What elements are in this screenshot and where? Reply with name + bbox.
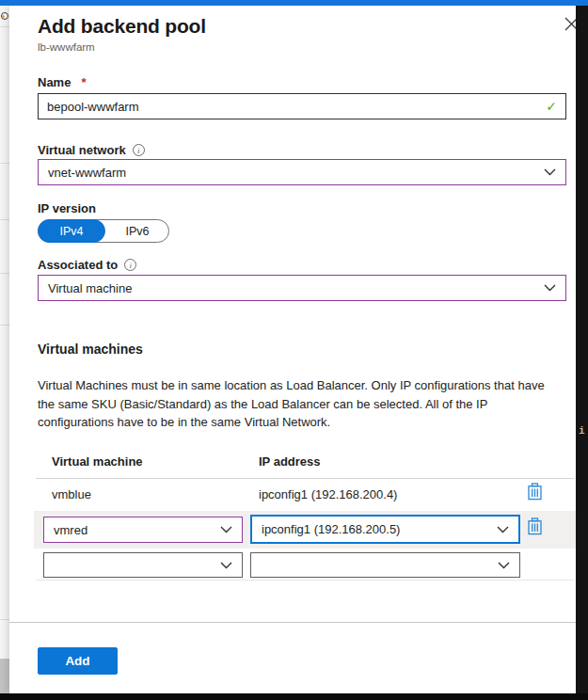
row2-virtual-machine-value: vmred (54, 523, 87, 537)
trash-icon (527, 517, 543, 535)
divider (0, 325, 9, 326)
divider (0, 219, 9, 220)
associated-to-select[interactable]: Virtual machine (38, 275, 566, 301)
row1-ip-address: ipconfig1 (192.168.200.4) (259, 487, 397, 501)
virtual-network-label: Virtual network i (38, 143, 145, 157)
info-icon[interactable]: i (133, 144, 145, 156)
row3-virtual-machine-select[interactable] (43, 552, 243, 578)
virtual-machines-heading: Virtual machines (38, 342, 143, 357)
row2-delete-button[interactable] (525, 517, 544, 538)
screen-bottom-bar (0, 693, 588, 700)
underlying-dark-window-strip: i (576, 0, 588, 700)
name-label: Name* (38, 75, 86, 89)
divider (0, 163, 9, 164)
ipv4-option[interactable]: IPv4 (38, 219, 105, 243)
background-favicon-fragment (1, 12, 8, 20)
resource-breadcrumb: lb-wwwfarm (38, 41, 95, 53)
chevron-down-icon (498, 562, 510, 569)
ip-version-label: IP version (38, 201, 96, 215)
divider (0, 26, 9, 27)
underlying-page-left-strip (0, 6, 9, 693)
row2-virtual-machine-select[interactable]: vmred (43, 517, 243, 543)
name-input-value: bepool-wwwfarm (47, 100, 139, 114)
ip-version-toggle: IPv4 IPv6 (38, 219, 169, 243)
virtual-network-value: vnet-wwwfarm (48, 166, 126, 180)
required-asterisk: * (81, 75, 86, 89)
table-header-divider (36, 478, 574, 479)
chevron-down-icon (544, 284, 556, 292)
row2-ip-address-value: ipconfig1 (192.168.200.5) (262, 522, 400, 536)
table-bottom-divider (36, 580, 574, 581)
chevron-down-icon (220, 562, 232, 569)
associated-to-value: Virtual machine (48, 281, 132, 295)
chevron-down-icon (220, 526, 232, 533)
chevron-down-icon (497, 526, 509, 533)
associated-to-label: Associated to i (38, 258, 136, 272)
trash-icon (527, 483, 543, 501)
info-icon[interactable]: i (124, 259, 136, 271)
footer-divider (9, 622, 576, 623)
column-header-virtual-machine: Virtual machine (52, 454, 143, 469)
valid-check-icon: ✓ (546, 99, 557, 114)
row3-ip-address-select[interactable] (250, 552, 520, 578)
add-backend-pool-dialog: Add backend pool lb-wwwfarm Name* bepool… (9, 6, 576, 693)
name-input[interactable]: bepool-wwwfarm ✓ (38, 93, 566, 119)
screen: i Add backend pool lb-wwwfarm Name* bepo… (0, 0, 588, 700)
row1-delete-button[interactable] (525, 483, 544, 503)
divider (0, 619, 9, 620)
ipv6-option[interactable]: IPv6 (106, 220, 168, 242)
chevron-down-icon (544, 168, 556, 176)
browser-top-accent-bar (0, 0, 588, 6)
virtual-machines-description: Virtual Machines must be in same locatio… (38, 376, 557, 432)
background-text-fragment: i (579, 425, 585, 437)
page-title: Add backend pool (38, 15, 206, 38)
virtual-network-select[interactable]: vnet-wwwfarm (38, 159, 566, 185)
row1-virtual-machine: vmblue (52, 487, 91, 501)
divider (0, 273, 9, 274)
column-header-ip-address: IP address (259, 454, 321, 469)
add-button[interactable]: Add (38, 647, 118, 675)
background-gray-block (0, 659, 9, 693)
row2-ip-address-select[interactable]: ipconfig1 (192.168.200.5) (250, 515, 520, 544)
